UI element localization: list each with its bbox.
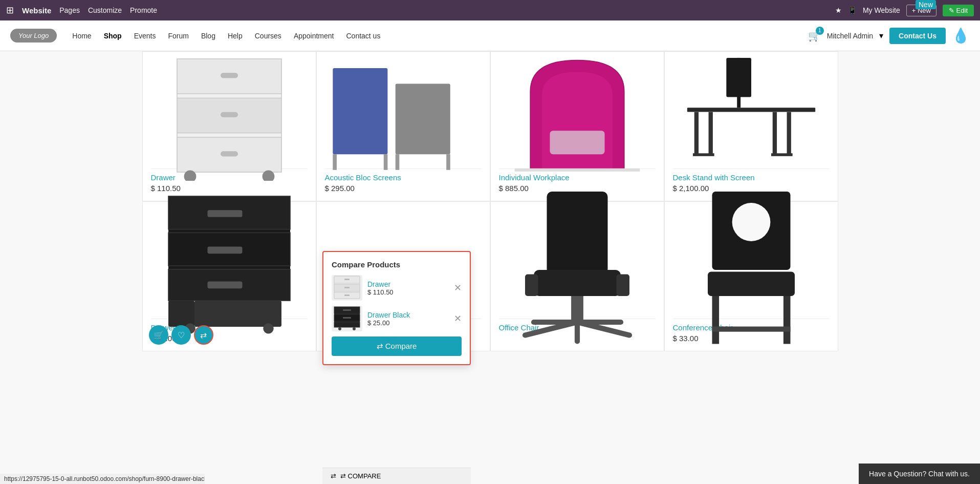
svg-rect-63 (344, 294, 350, 296)
nav-help[interactable]: Help (223, 30, 248, 42)
product-card-drawer[interactable]: Drawer $ 110.50 (142, 51, 316, 201)
product-card-acoustic[interactable]: Acoustic Bloc Screens $ 295.00 (316, 51, 490, 201)
add-to-cart-button[interactable]: 🛒 (149, 325, 168, 345)
remove-drawer-black-compare[interactable]: ✕ (454, 313, 462, 324)
product-image-drawer-black (151, 210, 308, 312)
compare-item-drawer: Drawer $ 110.50 ✕ (332, 275, 462, 301)
svg-rect-69 (343, 317, 351, 319)
shop-content: Drawer $ 110.50 Acoustic Bloc Screens $ … (132, 51, 848, 362)
compare-button[interactable]: ⇄ (194, 325, 213, 345)
admin-bar: ⊞ Website Pages Customize Promote ★ 📱 My… (0, 0, 980, 20)
svg-point-36 (263, 323, 273, 333)
nav-right: 🛒 1 Mitchell Admin ▾ Contact Us 💧 (808, 27, 970, 44)
individual-illustration (499, 45, 656, 178)
svg-rect-22 (787, 112, 791, 154)
svg-rect-55 (783, 296, 790, 344)
drawer-black-illustration (151, 187, 308, 335)
svg-rect-5 (221, 112, 238, 117)
svg-rect-12 (383, 154, 387, 170)
compare-item-drawer-black: Drawer Black $ 25.00 ✕ (332, 306, 462, 331)
svg-rect-23 (771, 153, 792, 156)
star-icon[interactable]: ★ (835, 6, 842, 14)
nav-links: Home Shop Events Forum Blog Help Courses… (67, 30, 808, 42)
site-name[interactable]: Website (22, 6, 51, 15)
svg-rect-31 (207, 246, 242, 254)
svg-rect-17 (687, 108, 815, 112)
svg-rect-42 (534, 270, 621, 296)
nav-contact-us[interactable]: Contact us (341, 30, 385, 42)
compare-item-info-drawer: Drawer $ 110.50 (367, 280, 449, 296)
mobile-icon[interactable]: 📱 (848, 6, 857, 14)
edit-button[interactable]: ✎ Edit (943, 5, 974, 16)
svg-rect-34 (168, 301, 194, 327)
office-chair-illustration (499, 174, 656, 348)
svg-rect-68 (343, 309, 351, 311)
svg-rect-25 (726, 58, 751, 97)
customize-link[interactable]: Customize (88, 6, 122, 14)
admin-bar-right: ★ 📱 My Website + New ✎ Edit (835, 5, 974, 16)
nav-home[interactable]: Home (67, 30, 96, 42)
nav-courses[interactable]: Courses (250, 30, 287, 42)
svg-rect-4 (221, 73, 238, 78)
product-actions-drawer-black: 🛒 ♡ ⇄ (149, 325, 213, 345)
pages-link[interactable]: Pages (59, 6, 80, 14)
compare-popup: Compare Products Drawer $ 110.50 ✕ (322, 251, 471, 362)
svg-rect-19 (708, 112, 712, 154)
svg-rect-13 (395, 154, 399, 170)
svg-rect-9 (333, 68, 387, 154)
svg-rect-67 (334, 322, 360, 327)
product-image-acoustic (325, 60, 482, 162)
product-card-office-chair[interactable]: Office Chair (490, 201, 664, 351)
compare-item-name-drawer: Drawer (367, 280, 449, 288)
acoustic-illustration (325, 45, 482, 178)
svg-rect-18 (694, 112, 698, 154)
wishlist-button[interactable]: ♡ (171, 325, 191, 345)
nav-events[interactable]: Events (129, 30, 161, 42)
svg-point-52 (732, 203, 770, 241)
user-caret: ▾ (879, 31, 883, 40)
svg-rect-21 (772, 112, 776, 154)
svg-rect-6 (221, 151, 238, 156)
new-badge: New (916, 0, 936, 9)
compare-button-popup[interactable]: ⇄ Compare (332, 336, 462, 356)
product-grid-row2: Drawer Black $ 25.00 🛒 ♡ ⇄ (142, 201, 838, 351)
nav-appointment[interactable]: Appointment (289, 30, 339, 42)
cart-badge: 1 (816, 27, 824, 35)
svg-rect-41 (547, 192, 607, 275)
product-image-conference-chair (673, 210, 830, 312)
grid-icon[interactable]: ⊞ (6, 5, 14, 16)
remove-drawer-compare[interactable]: ✕ (454, 282, 462, 293)
svg-rect-45 (571, 296, 583, 322)
product-image-office-chair (499, 210, 656, 312)
compare-item-img-drawer (332, 275, 362, 301)
compare-item-img-drawer-black (332, 306, 362, 331)
logo-area[interactable]: Your Logo (10, 29, 57, 43)
odoo-drop-icon[interactable]: 💧 (952, 27, 970, 44)
svg-rect-62 (344, 287, 350, 288)
admin-bar-left: ⊞ Website Pages Customize Promote (6, 5, 827, 16)
desk-stand-illustration (673, 51, 830, 172)
product-card-drawer-black[interactable]: Drawer Black $ 25.00 🛒 ♡ ⇄ (142, 201, 316, 351)
nav-blog[interactable]: Blog (196, 30, 221, 42)
compare-item-name-drawer-black: Drawer Black (367, 311, 449, 319)
nav-forum[interactable]: Forum (163, 30, 193, 42)
cart-icon[interactable]: 🛒 1 (808, 30, 821, 42)
svg-rect-11 (333, 154, 337, 170)
navbar: Your Logo Home Shop Events Forum Blog He… (0, 20, 980, 51)
drawer-illustration (151, 41, 308, 181)
svg-rect-43 (525, 275, 538, 297)
compare-item-price-drawer-black: $ 25.00 (367, 319, 449, 327)
compare-item-price-drawer: $ 110.50 (367, 288, 449, 296)
svg-point-70 (338, 327, 341, 330)
promote-link[interactable]: Promote (130, 6, 157, 14)
my-website-dropdown[interactable]: My Website (863, 6, 900, 14)
product-card-conference-chair[interactable]: Conference Chair $ 33.00 (664, 201, 838, 351)
contact-us-button[interactable]: Contact Us (889, 28, 946, 44)
user-dropdown[interactable]: Mitchell Admin (827, 32, 873, 40)
svg-rect-30 (207, 210, 242, 217)
nav-shop[interactable]: Shop (99, 30, 127, 42)
logo[interactable]: Your Logo (10, 29, 57, 43)
conference-chair-illustration (673, 174, 830, 348)
svg-rect-56 (712, 327, 790, 332)
svg-rect-14 (446, 154, 450, 170)
